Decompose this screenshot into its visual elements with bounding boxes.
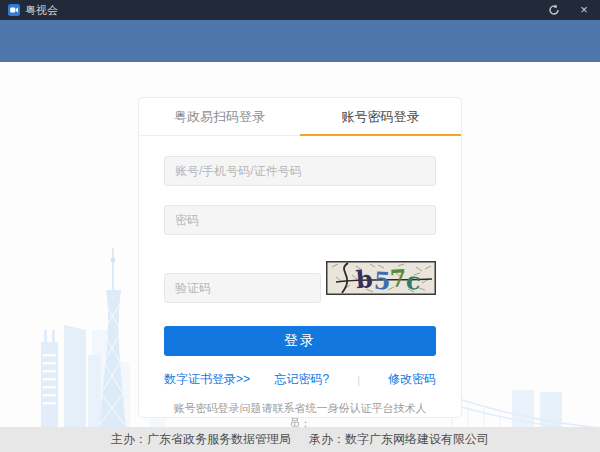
tab-scan-login[interactable]: 粤政易扫码登录: [139, 98, 300, 135]
change-password-link[interactable]: 修改密码: [388, 371, 436, 388]
titlebar-left: 粤视会: [8, 0, 58, 20]
footer-organizer: 承办：数字广东网络建设有限公司: [309, 431, 489, 448]
account-input[interactable]: [164, 156, 436, 186]
link-separator: |: [357, 374, 360, 386]
footer-host: 主办：广东省政务服务数据管理局: [111, 431, 291, 448]
links-row: 数字证书登录>> 忘记密码? | 修改密码: [164, 371, 436, 388]
footer-bar: 主办：广东省政务服务数据管理局 承办：数字广东网络建设有限公司: [0, 427, 600, 452]
captcha-char-4: c: [405, 266, 422, 295]
refresh-button[interactable]: [546, 2, 562, 18]
close-button[interactable]: ×: [576, 2, 592, 18]
app-window: 粤视会 ×: [0, 0, 600, 452]
captcha-input[interactable]: [164, 273, 321, 303]
forgot-password-link[interactable]: 忘记密码?: [274, 371, 329, 388]
tab-password-login[interactable]: 账号密码登录: [300, 98, 461, 135]
captcha-row: b 5 7 c: [164, 253, 436, 303]
login-tabs: 粤政易扫码登录 账号密码登录: [139, 98, 461, 136]
close-icon: ×: [580, 2, 588, 18]
login-button[interactable]: 登录: [164, 326, 436, 356]
window-title: 粤视会: [25, 0, 58, 20]
digital-cert-login-link[interactable]: 数字证书登录>>: [164, 371, 250, 388]
main-area: 粤政易扫码登录 账号密码登录: [0, 62, 600, 427]
titlebar: 粤视会 ×: [0, 0, 600, 20]
captcha-image[interactable]: b 5 7 c: [326, 261, 436, 295]
refresh-icon: [548, 4, 560, 16]
captcha-char-1: b: [355, 264, 374, 294]
login-card: 粤政易扫码登录 账号密码登录: [138, 97, 462, 418]
password-input[interactable]: [164, 205, 436, 235]
video-app-icon: [8, 4, 20, 16]
header-banner: [0, 20, 600, 62]
login-form: b 5 7 c 登录 数字证书登录>> 忘记密码? | 修改密码 账号密码登录问…: [139, 156, 461, 431]
titlebar-controls: ×: [546, 2, 592, 18]
